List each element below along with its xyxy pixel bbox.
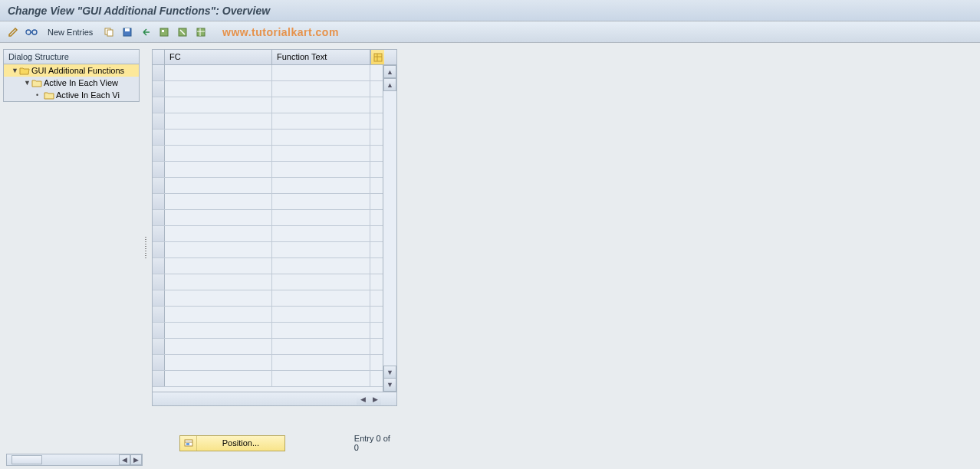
- cell-fc[interactable]: [165, 323, 272, 338]
- cell-function-text[interactable]: [272, 226, 370, 241]
- cell-function-text[interactable]: [272, 355, 370, 370]
- cell-fc[interactable]: [165, 130, 272, 145]
- copy-icon[interactable]: [102, 25, 116, 39]
- row-selector[interactable]: [153, 130, 165, 145]
- position-button[interactable]: Position...: [179, 435, 285, 451]
- change-icon[interactable]: [6, 25, 20, 39]
- cell-fc[interactable]: [165, 113, 272, 129]
- cell-function-text[interactable]: [272, 97, 370, 113]
- scroll-up2-icon[interactable]: ▲: [383, 78, 396, 91]
- cell-fc[interactable]: [165, 355, 272, 370]
- scroll-down2-icon[interactable]: ▼: [383, 379, 396, 392]
- cell-fc[interactable]: [165, 81, 272, 97]
- row-selector-header[interactable]: [153, 50, 165, 64]
- column-header-function-text[interactable]: Function Text: [272, 50, 370, 64]
- row-selector[interactable]: [153, 274, 165, 290]
- cell-function-text[interactable]: [272, 339, 370, 354]
- cell-function-text[interactable]: [272, 210, 370, 225]
- cell-fc[interactable]: [165, 65, 272, 80]
- cell-fc[interactable]: [165, 242, 272, 257]
- cell-function-text[interactable]: [272, 371, 370, 386]
- cell-function-text[interactable]: [272, 274, 370, 290]
- row-selector[interactable]: [153, 210, 165, 225]
- table-config-icon[interactable]: [370, 50, 384, 64]
- table-rows: [153, 65, 383, 392]
- cell-fc[interactable]: [165, 178, 272, 193]
- scroll-left-icon[interactable]: ◀: [357, 394, 369, 405]
- deselect-all-icon[interactable]: [176, 25, 189, 39]
- cell-function-text[interactable]: [272, 258, 370, 274]
- column-header-fc[interactable]: FC: [165, 50, 272, 64]
- cell-fc[interactable]: [165, 226, 272, 241]
- row-selector[interactable]: [153, 113, 165, 129]
- cell-function-text[interactable]: [272, 290, 370, 306]
- row-selector[interactable]: [153, 242, 165, 257]
- cell-fc[interactable]: [165, 307, 272, 322]
- new-entries-button[interactable]: New Entries: [43, 26, 97, 38]
- row-selector[interactable]: [153, 194, 165, 209]
- scroll-right-icon[interactable]: ▶: [130, 454, 142, 465]
- cell-function-text[interactable]: [272, 307, 370, 322]
- svg-rect-8: [162, 30, 164, 32]
- cell-function-text[interactable]: [272, 130, 370, 145]
- cell-fc[interactable]: [165, 371, 272, 386]
- row-selector[interactable]: [153, 290, 165, 306]
- cell-function-text[interactable]: [272, 178, 370, 193]
- row-selector[interactable]: [153, 162, 165, 177]
- cell-function-text[interactable]: [272, 162, 370, 177]
- select-all-icon[interactable]: [157, 25, 171, 39]
- scroll-up-icon[interactable]: ▲: [383, 65, 396, 78]
- cell-function-text[interactable]: [272, 323, 370, 338]
- row-selector[interactable]: [153, 65, 165, 80]
- splitter-handle[interactable]: [144, 49, 147, 466]
- row-selector[interactable]: [153, 339, 165, 354]
- row-selector[interactable]: [153, 81, 165, 97]
- cell-fc[interactable]: [165, 210, 272, 225]
- cell-function-text[interactable]: [272, 242, 370, 257]
- row-selector[interactable]: [153, 355, 165, 370]
- cell-fc[interactable]: [165, 146, 272, 161]
- table-row: [153, 113, 383, 130]
- cell-fc[interactable]: [165, 97, 272, 113]
- row-selector[interactable]: [153, 307, 165, 322]
- expand-arrow-icon[interactable]: ▼: [12, 67, 19, 74]
- tree-node-active-in-each-view[interactable]: ▼ Active In Each View: [4, 77, 139, 89]
- cell-function-text[interactable]: [272, 81, 370, 97]
- scroll-left-icon[interactable]: ◀: [119, 454, 130, 465]
- content-area: Dialog Structure ▼ GUI Additional Functi…: [0, 43, 980, 469]
- cell-function-text[interactable]: [272, 65, 370, 80]
- cell-fc[interactable]: [165, 274, 272, 290]
- row-selector[interactable]: [153, 323, 165, 338]
- tree-node-active-in-each-vi[interactable]: • Active In Each Vi: [4, 89, 139, 101]
- cell-fc[interactable]: [165, 162, 272, 177]
- scrollbar-thumb[interactable]: [12, 455, 42, 464]
- table-row: [153, 194, 383, 210]
- horizontal-scrollbar[interactable]: ◀ ▶: [152, 392, 397, 406]
- row-selector[interactable]: [153, 258, 165, 274]
- tree-node-gui-additional-functions[interactable]: ▼ GUI Additional Functions: [4, 64, 139, 77]
- table-row: [153, 258, 383, 274]
- undo-icon[interactable]: [139, 25, 153, 39]
- expand-arrow-icon[interactable]: ▼: [24, 79, 31, 87]
- row-selector[interactable]: [153, 226, 165, 241]
- row-selector[interactable]: [153, 97, 165, 113]
- cell-function-text[interactable]: [272, 113, 370, 129]
- glasses-icon[interactable]: [25, 25, 38, 39]
- cell-fc[interactable]: [165, 290, 272, 306]
- vertical-scrollbar[interactable]: ▲ ▲ ▼ ▼: [383, 65, 396, 392]
- table-body: ▲ ▲ ▼ ▼: [153, 65, 396, 392]
- folder-icon: [44, 90, 54, 100]
- cell-function-text[interactable]: [272, 146, 370, 161]
- scroll-right-icon[interactable]: ▶: [369, 394, 381, 405]
- cell-fc[interactable]: [165, 258, 272, 274]
- scroll-down-icon[interactable]: ▼: [383, 366, 396, 379]
- row-selector[interactable]: [153, 146, 165, 161]
- cell-fc[interactable]: [165, 194, 272, 209]
- save-icon[interactable]: [120, 25, 134, 39]
- row-selector[interactable]: [153, 178, 165, 193]
- cell-fc[interactable]: [165, 339, 272, 354]
- tree-hscroll[interactable]: ◀ ▶: [6, 454, 143, 466]
- row-selector[interactable]: [153, 371, 165, 386]
- cell-function-text[interactable]: [272, 194, 370, 209]
- table-settings-icon[interactable]: [194, 25, 208, 39]
